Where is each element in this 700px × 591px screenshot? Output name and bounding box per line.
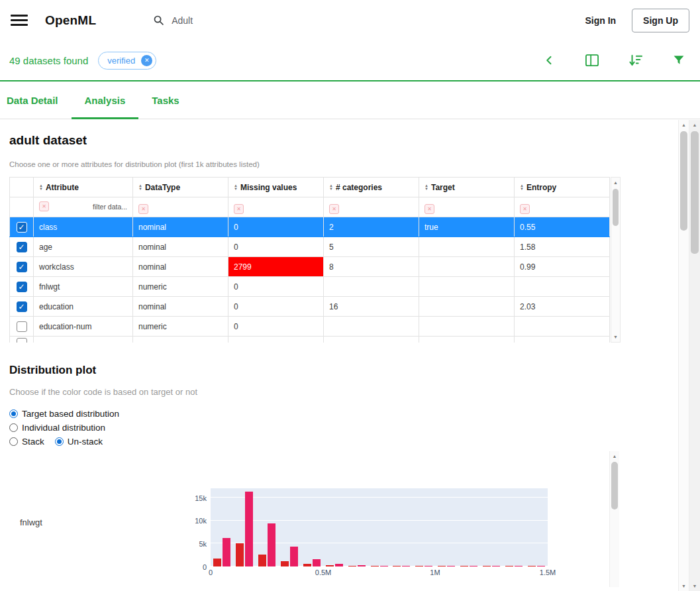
table-scrollbar[interactable] (611, 177, 621, 343)
tab-tasks[interactable]: Tasks (138, 81, 192, 119)
radio-target-based[interactable]: Target based distribution (9, 408, 700, 419)
radio-label: Individual distribution (22, 423, 105, 433)
sort-arrows-icon (329, 184, 333, 191)
sign-up-button[interactable]: Sign Up (632, 9, 689, 32)
table-row[interactable]: educationnominal0162.03 (10, 297, 610, 317)
radio-icon[interactable] (9, 437, 18, 446)
radio-unstack[interactable]: Un-stack (55, 436, 103, 447)
row-checkbox[interactable] (17, 321, 27, 332)
filter-cell-datatype[interactable] (133, 197, 228, 217)
scroll-up-icon[interactable] (610, 451, 619, 461)
col-header-target[interactable]: Target (419, 178, 515, 197)
table-row[interactable]: classnominal02true0.55 (10, 217, 610, 237)
cell-missing-values: 0 (228, 277, 324, 297)
clear-filter-icon[interactable] (520, 204, 530, 214)
histogram-bar (335, 564, 343, 566)
page-scrollbar-thumb[interactable] (691, 131, 699, 254)
tab-analysis[interactable]: Analysis (72, 81, 139, 119)
checkbox-cell (10, 317, 34, 337)
cell-attribute: education (34, 297, 133, 317)
filter-input[interactable]: filter data... (93, 197, 127, 217)
col-header-attribute[interactable]: Attribute (34, 178, 133, 197)
filter-icon[interactable] (672, 54, 685, 67)
filter-cell-missing-values[interactable] (228, 197, 324, 217)
cell-target (419, 297, 515, 317)
collapse-chevron-icon[interactable] (544, 54, 556, 66)
col-label: Attribute (46, 183, 79, 192)
cell-missing-values (228, 337, 324, 343)
clear-filter-icon[interactable] (39, 201, 49, 211)
histogram-bin (413, 566, 435, 566)
sort-arrows-icon (39, 184, 43, 191)
scroll-up-icon[interactable] (679, 120, 689, 130)
plot-scrollbar-thumb[interactable] (611, 462, 618, 510)
cell-target: true (419, 217, 515, 237)
chip-close-icon[interactable] (141, 55, 152, 66)
col-header-entropy[interactable]: Entropy (515, 178, 610, 197)
menu-icon[interactable] (11, 15, 28, 26)
radio-stack[interactable]: Stack (9, 436, 44, 447)
search-box[interactable]: Adult (153, 15, 193, 26)
cell-entropy (515, 337, 610, 343)
histogram-bin (233, 492, 256, 566)
radio-icon[interactable] (9, 409, 18, 418)
content-scrollbar-thumb[interactable] (680, 131, 687, 231)
filter-cell-num-categories[interactable] (324, 197, 419, 217)
scroll-up-icon[interactable] (689, 120, 700, 130)
table-row[interactable]: education-numnumeric0 (10, 317, 610, 337)
row-checkbox[interactable] (17, 338, 27, 343)
clear-filter-icon[interactable] (138, 204, 148, 214)
clear-filter-icon[interactable] (234, 204, 244, 214)
distribution-options: Target based distribution Individual dis… (9, 408, 700, 447)
table-row[interactable]: agenominal051.58 (10, 237, 610, 257)
scroll-up-icon[interactable] (611, 178, 620, 188)
filter-cell-attribute[interactable]: filter data... (34, 197, 133, 217)
cell-entropy (515, 317, 610, 337)
row-checkbox[interactable] (17, 222, 27, 233)
cell-entropy (515, 277, 610, 297)
scroll-down-icon[interactable] (611, 332, 620, 342)
row-checkbox[interactable] (17, 242, 27, 252)
stack-options: Stack Un-stack (9, 436, 700, 447)
sign-in-link[interactable]: Sign In (585, 15, 616, 26)
search-icon (153, 15, 164, 26)
content-scrollbar[interactable] (678, 120, 689, 591)
filter-cell-entropy[interactable] (515, 197, 610, 217)
radio-individual[interactable]: Individual distribution (9, 422, 700, 433)
row-checkbox[interactable] (17, 262, 27, 272)
scroll-down-icon[interactable] (679, 581, 689, 591)
cell-missing-values: 0 (228, 317, 324, 337)
histogram-bar (213, 559, 221, 567)
col-header-datatype[interactable]: DataType (133, 178, 228, 197)
scroll-down-icon[interactable] (689, 581, 700, 591)
radio-icon[interactable] (55, 437, 64, 446)
clear-filter-icon[interactable] (329, 204, 339, 214)
histogram-bar (460, 566, 468, 566)
filter-cell-target[interactable] (419, 197, 515, 217)
table-row[interactable] (10, 337, 610, 343)
col-label: # categories (336, 183, 382, 192)
row-checkbox[interactable] (17, 282, 27, 292)
plot-scrollbar[interactable] (609, 451, 619, 587)
page-scrollbar[interactable] (689, 120, 700, 591)
column-view-icon[interactable] (585, 54, 599, 67)
col-header-num-categories[interactable]: # categories (324, 178, 419, 197)
histogram-bin (278, 547, 301, 566)
analysis-panel: adult dataset Choose one or more attribu… (0, 119, 700, 590)
radio-icon[interactable] (9, 423, 18, 432)
search-input[interactable]: Adult (172, 15, 193, 26)
histogram-bar (303, 564, 311, 566)
cell-missing-values: 0 (228, 237, 324, 257)
row-checkbox[interactable] (17, 301, 27, 312)
col-header-missing-values[interactable]: Missing values (228, 178, 324, 197)
attribute-table-container: Attribute DataType Missing values # cate… (9, 177, 621, 343)
clear-filter-icon[interactable] (425, 204, 434, 214)
verified-filter-chip[interactable]: verified (98, 52, 156, 70)
table-scrollbar-thumb[interactable] (613, 189, 619, 226)
checkbox-cell (10, 217, 34, 237)
table-row[interactable]: fnlwgtnumeric0 (10, 277, 610, 297)
sort-icon[interactable] (628, 54, 643, 67)
cell-entropy: 2.03 (515, 297, 610, 317)
tab-data-detail[interactable]: Data Detail (0, 81, 72, 119)
table-row[interactable]: workclassnominal279980.99 (10, 257, 610, 277)
